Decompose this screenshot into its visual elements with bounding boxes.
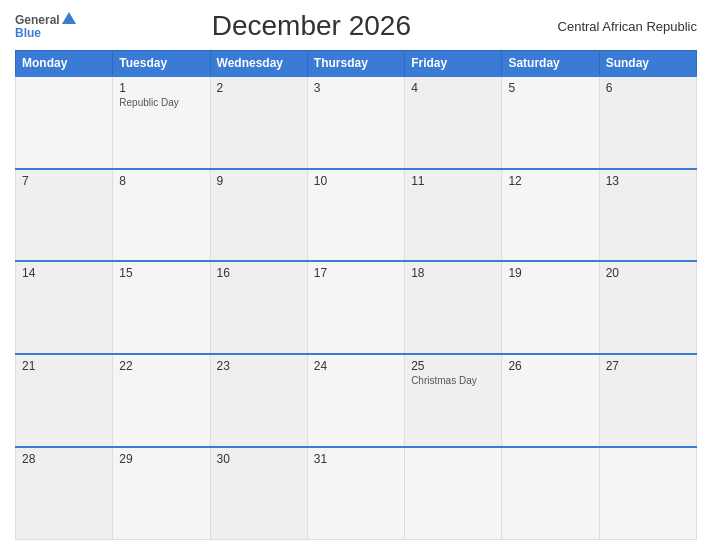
calendar-header: General Blue December 2026 Central Afric… bbox=[15, 10, 697, 42]
day-number: 22 bbox=[119, 359, 203, 373]
calendar-cell: 10 bbox=[307, 169, 404, 262]
calendar-cell: 18 bbox=[405, 261, 502, 354]
day-number: 4 bbox=[411, 81, 495, 95]
calendar-week-row: 14151617181920 bbox=[16, 261, 697, 354]
calendar-cell: 16 bbox=[210, 261, 307, 354]
day-number: 2 bbox=[217, 81, 301, 95]
calendar-cell: 26 bbox=[502, 354, 599, 447]
calendar-cell: 27 bbox=[599, 354, 696, 447]
day-number: 21 bbox=[22, 359, 106, 373]
day-number: 29 bbox=[119, 452, 203, 466]
day-number: 8 bbox=[119, 174, 203, 188]
calendar-cell: 4 bbox=[405, 76, 502, 169]
day-number: 25 bbox=[411, 359, 495, 373]
calendar-table: MondayTuesdayWednesdayThursdayFridaySatu… bbox=[15, 50, 697, 540]
day-number: 9 bbox=[217, 174, 301, 188]
calendar-week-row: 2122232425Christmas Day2627 bbox=[16, 354, 697, 447]
day-header-monday: Monday bbox=[16, 51, 113, 77]
day-number: 23 bbox=[217, 359, 301, 373]
calendar-cell: 22 bbox=[113, 354, 210, 447]
day-header-tuesday: Tuesday bbox=[113, 51, 210, 77]
day-event: Christmas Day bbox=[411, 375, 495, 386]
calendar-cell bbox=[599, 447, 696, 540]
calendar-cell: 9 bbox=[210, 169, 307, 262]
day-number: 13 bbox=[606, 174, 690, 188]
calendar-cell: 31 bbox=[307, 447, 404, 540]
calendar-cell: 5 bbox=[502, 76, 599, 169]
month-title: December 2026 bbox=[76, 10, 547, 42]
calendar-week-row: 28293031 bbox=[16, 447, 697, 540]
calendar-cell: 17 bbox=[307, 261, 404, 354]
calendar-cell: 19 bbox=[502, 261, 599, 354]
calendar-header-row: MondayTuesdayWednesdayThursdayFridaySatu… bbox=[16, 51, 697, 77]
day-number: 12 bbox=[508, 174, 592, 188]
calendar-cell: 23 bbox=[210, 354, 307, 447]
day-number: 16 bbox=[217, 266, 301, 280]
calendar-cell: 21 bbox=[16, 354, 113, 447]
calendar-cell: 1Republic Day bbox=[113, 76, 210, 169]
day-number: 15 bbox=[119, 266, 203, 280]
day-number: 3 bbox=[314, 81, 398, 95]
calendar-week-row: 78910111213 bbox=[16, 169, 697, 262]
calendar-cell: 12 bbox=[502, 169, 599, 262]
day-header-wednesday: Wednesday bbox=[210, 51, 307, 77]
day-number: 11 bbox=[411, 174, 495, 188]
calendar-body: 1Republic Day234567891011121314151617181… bbox=[16, 76, 697, 540]
calendar-cell: 14 bbox=[16, 261, 113, 354]
day-number: 7 bbox=[22, 174, 106, 188]
day-number: 20 bbox=[606, 266, 690, 280]
country-name: Central African Republic bbox=[547, 19, 697, 34]
calendar-cell: 24 bbox=[307, 354, 404, 447]
calendar-cell: 11 bbox=[405, 169, 502, 262]
calendar-cell: 30 bbox=[210, 447, 307, 540]
day-number: 10 bbox=[314, 174, 398, 188]
day-number: 5 bbox=[508, 81, 592, 95]
calendar-cell: 8 bbox=[113, 169, 210, 262]
day-header-saturday: Saturday bbox=[502, 51, 599, 77]
day-number: 27 bbox=[606, 359, 690, 373]
logo-blue-text: Blue bbox=[15, 27, 76, 40]
calendar-cell: 29 bbox=[113, 447, 210, 540]
calendar-cell: 25Christmas Day bbox=[405, 354, 502, 447]
day-header-thursday: Thursday bbox=[307, 51, 404, 77]
calendar-cell: 7 bbox=[16, 169, 113, 262]
logo: General Blue bbox=[15, 12, 76, 40]
day-number: 18 bbox=[411, 266, 495, 280]
day-number: 24 bbox=[314, 359, 398, 373]
day-number: 31 bbox=[314, 452, 398, 466]
day-number: 19 bbox=[508, 266, 592, 280]
calendar-cell: 13 bbox=[599, 169, 696, 262]
day-number: 6 bbox=[606, 81, 690, 95]
calendar-cell: 6 bbox=[599, 76, 696, 169]
day-event: Republic Day bbox=[119, 97, 203, 108]
calendar-cell bbox=[405, 447, 502, 540]
calendar-cell: 3 bbox=[307, 76, 404, 169]
day-number: 17 bbox=[314, 266, 398, 280]
calendar-cell: 2 bbox=[210, 76, 307, 169]
day-number: 1 bbox=[119, 81, 203, 95]
day-header-friday: Friday bbox=[405, 51, 502, 77]
day-header-sunday: Sunday bbox=[599, 51, 696, 77]
logo-triangle-icon bbox=[62, 12, 76, 24]
day-number: 30 bbox=[217, 452, 301, 466]
calendar-cell: 15 bbox=[113, 261, 210, 354]
calendar-cell: 20 bbox=[599, 261, 696, 354]
calendar-cell bbox=[502, 447, 599, 540]
calendar-cell bbox=[16, 76, 113, 169]
day-number: 26 bbox=[508, 359, 592, 373]
day-number: 14 bbox=[22, 266, 106, 280]
day-number: 28 bbox=[22, 452, 106, 466]
calendar-cell: 28 bbox=[16, 447, 113, 540]
calendar-week-row: 1Republic Day23456 bbox=[16, 76, 697, 169]
